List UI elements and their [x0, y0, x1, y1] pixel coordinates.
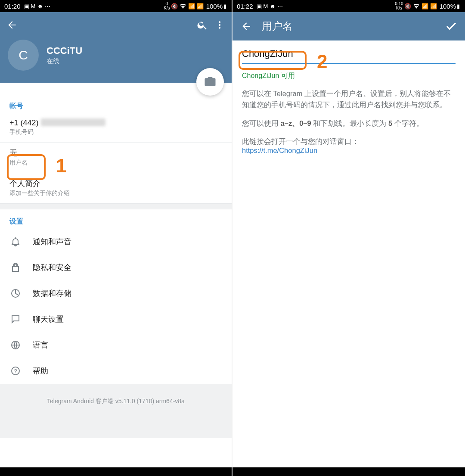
android-nav-bar: [0, 467, 232, 476]
wifi-icon: [180, 3, 186, 9]
appbar-title: 用户名: [255, 19, 443, 33]
username-desc-2: 您可以使用 a–z、0–9 和下划线。最小长度为 5 个字符。: [242, 118, 456, 129]
username-label: 用户名: [9, 159, 222, 167]
status-bar: 01:20 ▣ M ☻ ⋯ 0K/s 🔇 📶 📶 100% ▮: [0, 0, 232, 12]
status-time-right: 01:22: [237, 3, 253, 10]
username-available: ChongZiJun 可用: [242, 72, 456, 81]
svg-text:?: ?: [14, 368, 17, 374]
phone-value: +1 (442): [9, 118, 222, 128]
gallery-icon: ▣: [257, 3, 262, 9]
battery-icon: ▮: [223, 3, 226, 9]
bell-icon: [9, 236, 22, 248]
avatar[interactable]: C: [8, 40, 39, 71]
back-button[interactable]: [238, 18, 255, 35]
signal-icon-1: 📶: [188, 3, 195, 9]
chat-status-icon: ☻: [270, 3, 276, 9]
username-card: ChongZiJun ChongZiJun 可用 您可以在 Telegram 上…: [232, 40, 465, 155]
network-speed: 0K/s: [164, 2, 170, 10]
settings-privacy[interactable]: 隐私和安全: [0, 255, 232, 280]
username-desc-1: 您可以在 Telegram 上设置一个用户名。设置后，别人将能够在不知道您的手机…: [242, 88, 456, 110]
more-status-icon: ⋯: [277, 3, 283, 9]
data-icon: [9, 287, 22, 299]
mute-icon: 🔇: [404, 3, 411, 9]
status-bar-right: 01:22 ▣ M ☻ ⋯ 0.10K/s 🔇 📶 📶 100% ▮: [232, 0, 465, 12]
signal-icon-1: 📶: [422, 3, 428, 9]
row-bio[interactable]: 个人简介 添加一些关于你的介绍: [0, 173, 232, 203]
mail-icon: M: [264, 3, 268, 9]
bio-title: 个人简介: [9, 178, 222, 189]
globe-icon: [9, 339, 22, 351]
phone-left: 01:20 ▣ M ☻ ⋯ 0K/s 🔇 📶 📶 100% ▮: [0, 0, 232, 476]
username-link-line: 此链接会打开一个与您的对话窗口： https://t.me/ChongZiJun: [242, 137, 456, 155]
battery-text: 100%: [206, 3, 223, 10]
signal-icon-2: 📶: [430, 3, 437, 9]
network-speed-right: 0.10K/s: [395, 2, 403, 10]
phone-blurred: [41, 118, 105, 126]
username-link[interactable]: https://t.me/ChongZiJun: [242, 146, 317, 154]
profile-status: 在线: [46, 57, 82, 65]
settings-chat[interactable]: 聊天设置: [0, 306, 232, 332]
row-phone[interactable]: +1 (442) 手机号码: [0, 113, 232, 143]
battery-icon: ▮: [457, 3, 460, 9]
back-button[interactable]: [3, 16, 21, 34]
settings-help[interactable]: ? 帮助: [0, 358, 232, 384]
phone-right: 01:22 ▣ M ☻ ⋯ 0.10K/s 🔇 📶 📶 100% ▮ 用户名 C…: [232, 0, 465, 476]
profile-name: CCCiTU: [46, 45, 82, 56]
gallery-icon: ▣: [24, 3, 29, 9]
settings-data[interactable]: 数据和存储: [0, 280, 232, 306]
username-value: 无: [9, 148, 222, 158]
mail-icon: M: [31, 3, 36, 9]
row-username[interactable]: 无 用户名: [0, 143, 232, 173]
check-icon: [445, 20, 458, 33]
appbar-username: 用户名: [232, 12, 465, 40]
more-button[interactable]: [211, 16, 228, 34]
phone-label: 手机号码: [9, 128, 222, 136]
section-gap: [0, 203, 232, 209]
chat-status-icon: ☻: [37, 3, 43, 9]
battery-text-right: 100%: [440, 3, 456, 10]
settings-section: 设置 通知和声音 隐私和安全 数据和存储 聊天设置: [0, 209, 232, 384]
settings-title: 设置: [0, 209, 232, 229]
chat-icon: [9, 313, 22, 325]
signal-icon-2: 📶: [197, 3, 204, 9]
status-time: 01:20: [4, 3, 21, 10]
account-title: 帐号: [0, 94, 232, 113]
lock-icon: [9, 261, 22, 274]
avatar-initial: C: [19, 48, 28, 62]
bio-hint: 添加一些关于你的介绍: [9, 190, 222, 197]
profile-header: C CCCiTU 在线: [0, 12, 232, 83]
confirm-button[interactable]: [443, 18, 460, 35]
android-nav-bar-right: [232, 467, 465, 476]
mute-icon: 🔇: [171, 3, 178, 9]
account-section: 帐号 +1 (442) 手机号码 无 用户名 个人简介 添加一些关于你的介绍: [0, 83, 232, 203]
footer-version: Telegram Android 客户端 v5.11.0 (1710) arm6…: [0, 384, 232, 438]
search-button[interactable]: [194, 16, 211, 34]
settings-language[interactable]: 语言: [0, 332, 232, 358]
camera-icon: [204, 75, 217, 88]
more-status-icon: ⋯: [45, 3, 50, 9]
username-input-value: ChongZiJun: [242, 48, 293, 59]
help-icon: ?: [9, 365, 22, 377]
username-input[interactable]: ChongZiJun: [242, 48, 456, 64]
settings-notifications[interactable]: 通知和声音: [0, 229, 232, 255]
camera-fab[interactable]: [196, 68, 224, 96]
wifi-icon: [413, 3, 420, 9]
